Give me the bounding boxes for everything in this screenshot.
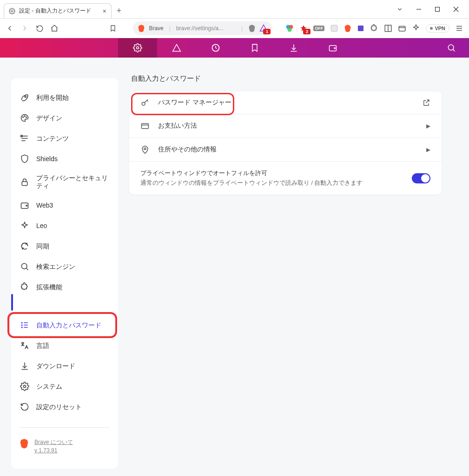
row-addresses[interactable]: 住所やその他の情報 ▸ (129, 137, 442, 161)
wallet-icon (20, 200, 30, 210)
autofill-private-sub: 通常のウィンドウの情報をプライベートウィンドウで読み取り / 自動入力できます (140, 179, 403, 187)
svg-line-39 (26, 268, 28, 270)
shield-icon (20, 154, 30, 164)
svg-rect-49 (142, 124, 149, 129)
ext-icon-4[interactable] (344, 24, 351, 33)
bookmark-icon[interactable] (109, 23, 117, 34)
reload-button[interactable] (35, 23, 44, 34)
shield-icon[interactable] (248, 24, 256, 33)
sidebar-system[interactable]: システム (15, 378, 114, 395)
svg-rect-14 (399, 26, 406, 32)
tab-close-icon[interactable]: × (103, 7, 106, 15)
svg-point-37 (26, 205, 27, 206)
svg-point-47 (24, 385, 26, 387)
svg-point-48 (142, 102, 145, 105)
rewards-icon[interactable] (259, 24, 268, 33)
sidebar-web3[interactable]: Web3 (15, 197, 114, 214)
download-icon (20, 361, 30, 371)
ext-icon-2[interactable] (299, 24, 308, 33)
sidebar-getting-started[interactable]: 利用を開始 (15, 89, 114, 106)
palette-icon (20, 113, 30, 123)
ext-icon-1[interactable] (285, 24, 294, 33)
home-button[interactable] (50, 23, 59, 34)
close-button[interactable] (453, 7, 459, 12)
svg-marker-5 (260, 25, 267, 32)
split-view-icon[interactable] (384, 24, 392, 33)
svg-point-25 (448, 45, 454, 50)
subnav-history[interactable] (196, 38, 235, 58)
subnav-rewards[interactable] (157, 38, 196, 58)
chevron-right-icon: ▸ (426, 121, 430, 131)
subnav-search[interactable] (437, 38, 465, 58)
svg-point-28 (23, 117, 24, 118)
chevron-down-icon[interactable] (396, 6, 403, 13)
extensions-icon[interactable] (370, 24, 378, 33)
sync-icon (20, 241, 30, 251)
forward-button[interactable] (20, 23, 29, 34)
ext-icon-5[interactable] (357, 25, 364, 32)
list-icon (20, 320, 30, 330)
row-payment-methods[interactable]: お支払い方法 ▸ (129, 114, 442, 137)
sidebar-search-engine[interactable]: 検索エンジン (15, 258, 114, 275)
leo-icon-tb[interactable] (412, 24, 420, 33)
page-title: 自動入力とパスワード (131, 74, 442, 83)
svg-point-8 (288, 28, 292, 32)
reset-icon (20, 402, 30, 412)
svg-line-26 (453, 49, 455, 51)
sidebar-content[interactable]: コンテンツ (15, 130, 114, 147)
addr-brand: Brave (149, 25, 163, 32)
new-tab-button[interactable]: + (112, 3, 126, 18)
sidebar-downloads[interactable]: ダウンロード (15, 358, 114, 374)
content-icon (20, 133, 30, 143)
gear-icon (20, 381, 30, 391)
row-password-manager[interactable]: パスワード マネージャー (129, 91, 442, 114)
translate-icon (20, 340, 30, 351)
subnav-general[interactable] (118, 38, 157, 58)
sidebar-languages[interactable]: 言語 (15, 337, 114, 354)
sparkle-icon (20, 221, 30, 231)
minimize-button[interactable] (416, 7, 422, 12)
subnav-wallet[interactable] (313, 38, 352, 58)
sidebar-privacy[interactable]: プライバシーとセキュリティ (15, 171, 114, 193)
sidebar-sync[interactable]: 同期 (15, 238, 114, 254)
svg-point-40 (21, 322, 22, 323)
vpn-button[interactable]: VPN (426, 24, 449, 33)
maximize-button[interactable] (435, 7, 440, 12)
addr-url: brave://settings/a... (176, 25, 223, 32)
row-autofill-private: プライベートウィンドウでオートフィルを許可 通常のウィンドウの情報をプライベート… (129, 161, 442, 195)
svg-point-51 (144, 148, 146, 150)
svg-rect-35 (22, 182, 27, 185)
location-icon (140, 145, 150, 154)
lock-icon (20, 177, 30, 187)
ext-off-badge[interactable]: OFF (313, 26, 324, 31)
svg-point-42 (21, 327, 22, 328)
subnav-bookmarks[interactable] (235, 38, 274, 58)
back-button[interactable] (6, 23, 14, 34)
svg-point-18 (137, 47, 139, 49)
search-icon (20, 261, 30, 272)
sidebar-appearance[interactable]: デザイン (15, 110, 114, 126)
brave-lion-icon (138, 24, 145, 33)
sidebar-extensions[interactable]: 拡張機能 (15, 279, 114, 295)
sidebar-reset[interactable]: 設定のリセット (15, 398, 114, 415)
gear-icon (9, 8, 15, 14)
sidebar-about[interactable]: Brave についてv 1.73.91 (15, 438, 114, 455)
key-icon (140, 98, 150, 107)
subnav-downloads[interactable] (274, 38, 313, 58)
svg-point-24 (334, 48, 336, 49)
autofill-private-toggle[interactable] (412, 173, 430, 183)
browser-tab[interactable]: 設定 - 自動入力とパスワード × (4, 3, 112, 18)
sidebar-autofill[interactable]: 自動入力とパスワード (15, 317, 114, 333)
address-bar[interactable]: Brave | brave://settings/a... | (133, 21, 272, 35)
svg-marker-9 (301, 25, 307, 31)
wallet-icon-tb[interactable] (398, 24, 406, 33)
sidebar-shields[interactable]: Shields (15, 150, 114, 167)
svg-rect-2 (436, 7, 440, 12)
svg-point-27 (25, 96, 26, 98)
menu-icon[interactable] (455, 24, 463, 33)
autofill-private-title: プライベートウィンドウでオートフィルを許可 (140, 169, 403, 177)
svg-marker-19 (173, 45, 181, 52)
ext-icon-3[interactable] (330, 24, 338, 33)
credit-card-icon (140, 121, 150, 130)
sidebar-leo[interactable]: Leo (15, 217, 114, 234)
